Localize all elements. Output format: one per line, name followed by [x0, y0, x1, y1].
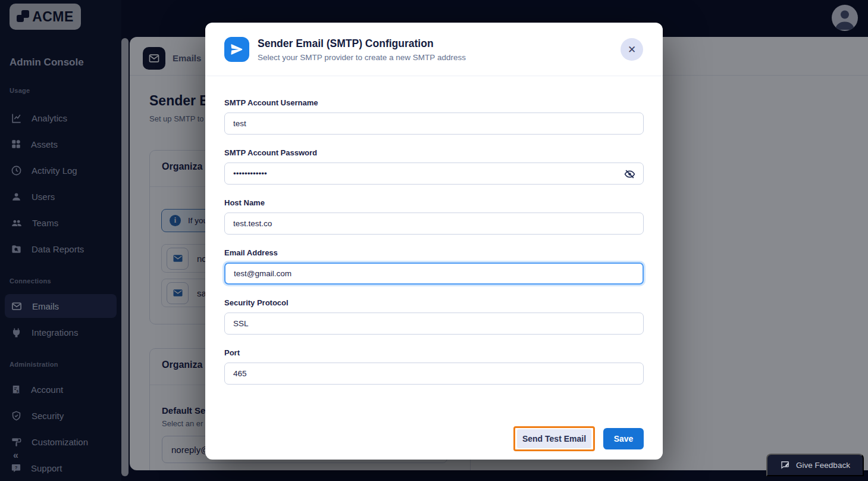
security-protocol-label: Security Protocol: [224, 298, 644, 307]
app-screen: ACME Admin Console Usage Analytics Asset…: [0, 0, 868, 481]
annotation-highlight-box: Send Test Email: [513, 426, 595, 451]
port-input[interactable]: [224, 363, 644, 385]
modal-title: Sender Email (SMTP) Configuration: [258, 38, 434, 50]
port-label: Port: [224, 348, 644, 357]
send-icon: [230, 42, 244, 57]
security-protocol-input[interactable]: [224, 313, 644, 335]
host-name-input[interactable]: [224, 213, 644, 235]
email-address-label: Email Address: [224, 248, 644, 257]
toggle-password-visibility-icon[interactable]: [624, 168, 635, 180]
smtp-username-label: SMTP Account Username: [224, 98, 644, 107]
email-address-input[interactable]: [224, 263, 644, 285]
close-icon[interactable]: ✕: [621, 38, 643, 61]
send-icon-box: [224, 37, 249, 62]
modal-body: SMTP Account Username SMTP Account Passw…: [205, 77, 663, 398]
give-feedback-label: Give Feedback: [796, 461, 850, 470]
host-name-label: Host Name: [224, 198, 644, 207]
smtp-config-modal: Sender Email (SMTP) Configuration Select…: [205, 23, 663, 460]
give-feedback-button[interactable]: Give Feedback: [766, 454, 864, 476]
modal-subtitle: Select your SMTP provider to create a ne…: [258, 53, 466, 62]
smtp-username-input[interactable]: [224, 113, 644, 135]
save-button[interactable]: Save: [603, 428, 644, 449]
smtp-password-label: SMTP Account Password: [224, 148, 644, 157]
send-test-email-button[interactable]: Send Test Email: [517, 429, 591, 448]
feedback-icon: [780, 460, 791, 470]
modal-header: Sender Email (SMTP) Configuration Select…: [205, 23, 663, 76]
smtp-password-input[interactable]: [224, 163, 644, 185]
